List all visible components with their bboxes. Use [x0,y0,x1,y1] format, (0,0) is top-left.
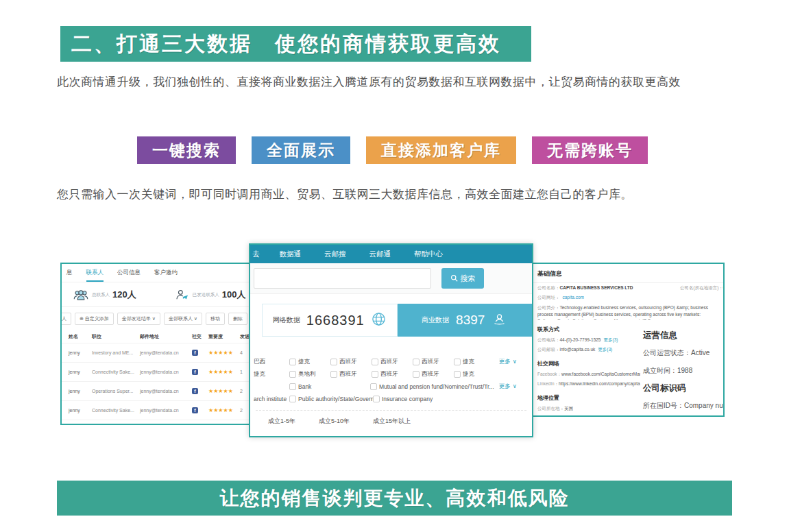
nav-item[interactable]: 帮助中心 [402,250,454,259]
table-row[interactable]: jennyInvestory and ME...jenny@tendata.cn… [62,343,259,362]
toolbar-button[interactable]: ⊕ 自定义添加 [75,313,114,325]
more-link[interactable]: 更多∨ [499,383,517,391]
table-row[interactable]: jennyConnectivity Sake...jenny@tendata.c… [62,400,259,420]
checkbox-icon [289,371,296,378]
phone-more-link[interactable]: 更多(3) [603,337,618,342]
globe-icon [371,311,387,330]
search-input[interactable] [254,268,431,289]
toolbar-button[interactable]: 移动 [206,313,225,325]
filter-option[interactable]: 捷克 [454,358,495,366]
footer-banner: 让您的销售谈判更专业、高效和低风险 [57,481,732,516]
email-more-link[interactable]: 更多(3) [598,347,612,352]
name-cell: jenny [69,350,92,355]
table-row[interactable]: jennyConnectivity Sake...jenny@tendata.c… [62,420,259,425]
contacts-toolbar: 系人⊕ 自定义添加全部发送结果 ∨全部联系人 ∨移动删除导出到 [60,307,259,330]
filter-option[interactable]: 西班牙 [413,370,454,378]
filter-option[interactable]: 奥地利 [289,370,330,378]
toolbar-button[interactable]: 全部发送结果 ∨ [117,313,160,325]
contact-stat: 已发送联系人100人 [175,289,246,301]
contact-info-title: 联系方式 [531,320,640,335]
email-row: 公司邮箱：info@capita.co.uk更多(3) [531,345,640,354]
contacts-panel: 息联系人公司信息客户邀约 总联系人120人已发送联系人100人 系人⊕ 自定义添… [60,263,260,425]
toolbar-button[interactable]: 全部联系人 ∨ [164,313,202,325]
profile-value: Technology-enabled business services, ou… [537,305,708,320]
nav-item[interactable]: 去 [250,250,268,259]
more-link[interactable]: 更多∨ [499,358,517,366]
filter-option-label: Bank [298,383,311,390]
search-button-label: 搜索 [461,274,476,284]
feature-button-3[interactable]: 直接添加客户库 [366,136,516,164]
tab-web-data[interactable]: 网络数据 1668391 [262,304,398,337]
filter-option[interactable]: Mutual and pension fund/Nominee/Trust/Tr… [370,383,494,390]
search-button[interactable]: 搜索 [441,268,484,289]
nav-item[interactable]: 云邮搜 [313,250,358,259]
section-title: 二、打通三大数据 使您的商情获取更高效 [71,30,501,58]
linkedin-value: https://www.linkedin.com/company/capita [559,381,640,386]
stat-value: 100人 [222,289,246,301]
table-row[interactable]: jennyConnectivity Sake...jenny@tendata.c… [62,362,259,381]
website-link[interactable]: capita.com [563,295,584,300]
stat-value: 120人 [112,289,136,301]
filter-row: 巴西捷克西班牙西班牙西班牙捷克更多∨ [254,356,525,368]
filter-option-label: Insurance company [382,396,433,402]
contacts-tab[interactable]: 客户邀约 [154,269,178,282]
checkbox-icon [289,396,296,402]
company-info-panel: 基础信息 公司名称：CAPITA BUSINESS SERVICES LTD 公… [529,263,725,417]
contacts-tab[interactable]: 联系人 [86,269,104,282]
nav-item[interactable]: 数据通 [268,250,313,259]
social-cell: f [192,350,208,356]
location-value: 英国 [564,406,573,411]
filter-option-label: 西班牙 [339,358,357,366]
filter-option[interactable]: 西班牙 [413,358,454,366]
country-id-value: Company nu [684,402,723,409]
checkbox-icon [289,383,296,390]
contacts-tab[interactable]: 公司信息 [117,269,141,282]
company-age-option[interactable]: 成立5-10年 [319,417,350,426]
feature-button-2[interactable]: 全面展示 [252,136,350,164]
filter-option[interactable]: Insurance company [373,396,433,402]
filter-option[interactable]: 西班牙 [372,358,413,366]
section-title-banner: 二、打通三大数据 使您的商情获取更高效 [60,26,531,62]
company-info-columns: 联系方式 公司电话：44-(0)-20-7799-1525更多(3) 公司邮箱：… [531,320,723,417]
chevron-down-icon: ∨ [513,383,517,391]
chevron-down-icon: ∨ [513,358,517,366]
name-cell: jenny [69,408,92,413]
more-link-label: 更多 [499,358,511,366]
location-row: 公司所在地：英国 [531,404,640,413]
feature-button-4[interactable]: 无需跨账号 [532,136,648,164]
table-row[interactable]: jennyOperations Super...jenny@tendata.cn… [62,381,259,400]
legal-code-row: 法人机构代码：-- [643,416,723,417]
intro-paragraph: 此次商情通升级，我们独创性的、直接将商业数据注入腾道原有的贸易数据和互联网数据中… [57,70,742,95]
company-local-name-label: 公司名(所在地语言)： [680,285,723,290]
facebook-value: www.facebook.com/CapitaCustomerManagemen… [561,372,640,376]
filter-option[interactable]: 西班牙 [372,370,413,378]
facebook-icon: f [192,369,198,375]
contacts-stats: 总联系人120人已发送联系人100人 [62,282,259,307]
company-age-option[interactable]: 成立15年以上 [373,417,411,426]
filter-option[interactable]: 西班牙 [330,358,372,366]
toolbar-button[interactable]: 删除 [228,313,247,325]
operations-title: 运营信息 [643,328,723,346]
email-label: 公司邮箱： [537,347,560,352]
contacts-group-icon [73,289,89,300]
checkbox-icon [289,359,296,365]
country-id-row: 所在国ID号：Company nu [643,398,723,416]
filter-option[interactable]: 西班牙 [330,370,372,378]
company-age-option[interactable]: 成立1-5年 [268,417,295,426]
people-icon [491,312,507,329]
filter-option[interactable]: Public authority/State/Govern... [289,396,373,402]
filter-option[interactable]: Bank [289,383,370,390]
tab-business-data[interactable]: 商业数据 8397 [398,304,533,337]
facebook-icon: f [192,407,198,413]
keyword-paragraph: 您只需输入一次关键词，即可同时调用商业、贸易、互联网三大数据库信息，高效全面建立… [57,182,756,207]
contacts-tab[interactable]: 息 [66,269,73,282]
founded-row: 成立时间：1988 [643,363,723,381]
search-icon [450,274,458,283]
filter-option[interactable]: 捷克 [289,358,330,366]
filter-row-label: arch institute [254,396,289,402]
toolbar-button[interactable]: 系人 [60,313,71,325]
feature-button-1[interactable]: 一键搜索 [137,136,236,164]
filter-option[interactable]: 捷克 [454,370,495,378]
nav-item[interactable]: 云邮通 [358,250,403,259]
location-label: 公司所在地： [537,406,564,411]
